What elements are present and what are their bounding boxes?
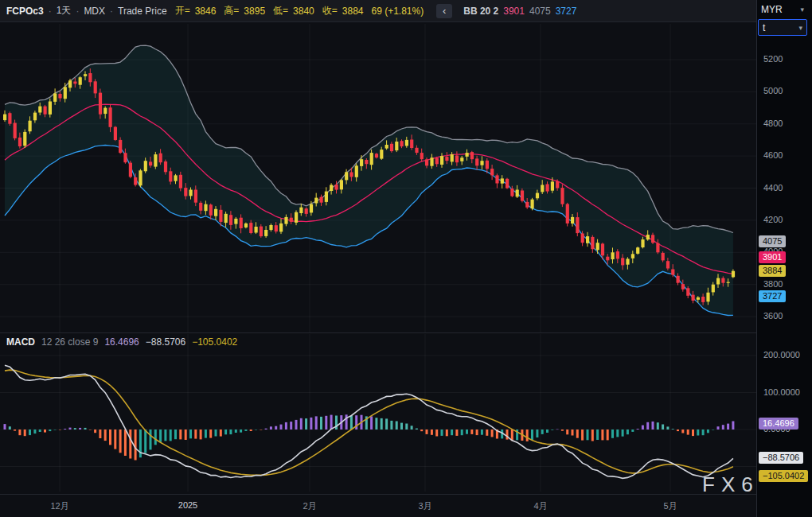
price-tick-label: 5200 bbox=[763, 54, 783, 64]
change-value: 69 (+1.81%) bbox=[372, 6, 424, 17]
unit-label: t bbox=[763, 22, 765, 33]
price-badge: 3901 bbox=[759, 251, 786, 263]
ohlc-open-value: 3846 bbox=[195, 6, 217, 17]
bb-lower-value: 3727 bbox=[556, 6, 577, 17]
macd-signal-line bbox=[5, 370, 733, 475]
time-axis-label: 12月 bbox=[50, 500, 68, 512]
price-tick-label: 4200 bbox=[763, 215, 783, 224]
trading-chart-window: FCPOc3 · 1天 · MDX · Trade Price 开=3846 高… bbox=[0, 0, 812, 517]
chevron-down-icon: ▾ bbox=[798, 24, 802, 32]
time-axis[interactable]: 12月20252月3月4月5月 bbox=[0, 495, 756, 517]
price-badge: 16.4696 bbox=[759, 418, 798, 430]
ohlc-close-label: 收= bbox=[322, 4, 338, 17]
price-axis[interactable]: 520050004800460044004200400038003600200.… bbox=[756, 0, 812, 517]
time-axis-label: 5月 bbox=[663, 500, 677, 512]
bb-basis-value: 3901 bbox=[503, 6, 525, 17]
time-axis-label: 3月 bbox=[418, 500, 431, 512]
candlestick-chart[interactable] bbox=[0, 24, 756, 332]
ohlc-close-value: 3884 bbox=[342, 6, 364, 17]
time-axis-label: 2月 bbox=[303, 500, 316, 512]
price-tick-label: 3800 bbox=[763, 279, 783, 289]
ohlc-high-value: 3895 bbox=[244, 6, 265, 17]
price-badge: −88.5706 bbox=[759, 452, 803, 464]
currency-label: MYR bbox=[761, 4, 783, 15]
price-tick-label: 4600 bbox=[763, 150, 783, 160]
price-badge: 3727 bbox=[759, 290, 786, 302]
macd-title[interactable]: MACD bbox=[6, 336, 35, 348]
ohlc-low-value: 3840 bbox=[293, 6, 314, 17]
macd-legend[interactable]: MACD 12 26 close 9 16.4696 −88.5706 −105… bbox=[6, 336, 237, 348]
price-tick-label: 4800 bbox=[763, 119, 783, 128]
ohlc-open-label: 开= bbox=[175, 4, 190, 17]
price-type-label: Trade Price bbox=[118, 6, 167, 17]
ohlc-high-label: 高= bbox=[224, 4, 239, 17]
time-axis-label: 2025 bbox=[178, 500, 197, 510]
interval-label[interactable]: 1天 bbox=[57, 4, 72, 17]
separator: · bbox=[110, 6, 113, 17]
price-tick-label: 3600 bbox=[763, 311, 783, 321]
price-badge: 4075 bbox=[759, 235, 786, 247]
currency-button[interactable]: MYR ▾ bbox=[758, 2, 807, 17]
macd-line bbox=[5, 365, 733, 478]
separator: · bbox=[76, 6, 79, 17]
ohlc-low-label: 低= bbox=[273, 4, 288, 17]
bb-fill bbox=[5, 45, 733, 315]
bb-upper-value: 4075 bbox=[529, 6, 551, 17]
bb-indicator-label[interactable]: BB 20 2 bbox=[463, 6, 498, 17]
symbol-label[interactable]: FCPOc3 bbox=[6, 6, 44, 17]
price-tick-label: 5000 bbox=[763, 86, 783, 95]
separator: · bbox=[49, 6, 52, 17]
macd-line-value: −88.5706 bbox=[146, 336, 185, 348]
macd-signal-value: −105.0402 bbox=[192, 336, 237, 348]
collapse-legend-button[interactable]: ‹ bbox=[436, 4, 452, 18]
unit-dropdown[interactable]: t ▾ bbox=[758, 19, 807, 36]
chart-legend-toolbar[interactable]: FCPOc3 · 1天 · MDX · Trade Price 开=3846 高… bbox=[0, 0, 756, 22]
time-axis-label: 4月 bbox=[533, 500, 547, 512]
chevron-down-icon: ▾ bbox=[800, 6, 804, 14]
axis-controls: MYR ▾ t ▾ bbox=[758, 2, 810, 36]
price-tick-label: 4400 bbox=[763, 183, 783, 192]
exchange-label: MDX bbox=[84, 6, 105, 17]
price-badge: 3884 bbox=[759, 265, 786, 277]
macd-tick-label: 200.0000 bbox=[763, 350, 800, 360]
panel-divider bbox=[0, 332, 756, 333]
macd-chart[interactable] bbox=[0, 334, 756, 492]
price-badge: −105.0402 bbox=[759, 470, 808, 482]
macd-tick-label: 100.0000 bbox=[763, 387, 800, 397]
macd-histogram-value: 16.4696 bbox=[104, 336, 139, 348]
macd-params: 12 26 close 9 bbox=[41, 336, 98, 348]
